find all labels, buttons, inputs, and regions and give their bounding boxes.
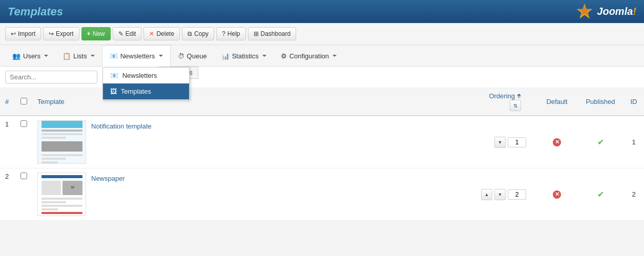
lists-caret-icon bbox=[91, 55, 95, 57]
order-up-button[interactable]: ▲ bbox=[481, 189, 492, 200]
dropdown-newsletters[interactable]: 📧 Newsletters bbox=[103, 68, 189, 83]
edit-icon: ✎ bbox=[118, 30, 123, 37]
template-thumbnail: 🗺 bbox=[37, 173, 86, 216]
help-icon: ? bbox=[222, 30, 225, 37]
nav-item-newsletters[interactable]: 📧 Newsletters 📧 Newsletters 🖼 Templates bbox=[102, 45, 171, 67]
select-all-checkbox[interactable] bbox=[20, 98, 27, 104]
table-row: 2 🗺 Newspaper bbox=[0, 168, 644, 221]
row-checkbox-cell bbox=[15, 116, 32, 168]
dropdown-templates[interactable]: 🖼 Templates bbox=[103, 83, 189, 99]
row-template-cell: Notification template bbox=[32, 116, 475, 168]
copy-icon: ⧉ bbox=[188, 30, 192, 37]
plus-icon: + bbox=[87, 30, 91, 37]
row-id: 2 bbox=[632, 190, 635, 198]
help-button[interactable]: ? Help bbox=[216, 27, 245, 40]
published-yes-icon[interactable]: ✔ bbox=[597, 138, 604, 146]
default-no-icon[interactable]: ✕ bbox=[553, 190, 561, 199]
row-number: 1 bbox=[0, 116, 15, 168]
import-icon: ↩ bbox=[11, 30, 16, 37]
statistics-caret-icon bbox=[262, 55, 266, 57]
row-ordering-cell: ▲ ▼ bbox=[475, 168, 536, 221]
col-header-num: # bbox=[0, 88, 15, 116]
row-ordering-cell: ▼ bbox=[475, 116, 536, 168]
delete-icon: ✕ bbox=[149, 30, 154, 37]
export-icon: ↪ bbox=[49, 30, 54, 37]
statistics-icon: 📊 bbox=[221, 52, 230, 60]
configuration-icon: ⚙ bbox=[281, 52, 287, 60]
row-checkbox[interactable] bbox=[20, 120, 27, 127]
edit-button[interactable]: ✎ Edit bbox=[113, 27, 142, 40]
row-published-cell: ✔ bbox=[577, 168, 624, 221]
ordering-controls: ▼ bbox=[494, 137, 526, 148]
nav-item-statistics[interactable]: 📊 Statistics bbox=[214, 45, 274, 67]
new-button[interactable]: + New bbox=[81, 27, 111, 40]
navbar: 👥 Users 📋 Lists 📧 Newsletters 📧 Newslett… bbox=[0, 45, 644, 67]
row-published-cell: ✔ bbox=[577, 116, 624, 168]
row-id-cell: 1 bbox=[624, 116, 644, 168]
nav-item-queue[interactable]: ⏱ Queue bbox=[171, 45, 214, 67]
users-caret-icon bbox=[44, 55, 48, 57]
template-name-link[interactable]: Newspaper bbox=[91, 173, 125, 182]
newsletters-icon: 📧 bbox=[110, 52, 118, 60]
template-name-link[interactable]: Notification template bbox=[91, 120, 152, 130]
queue-icon: ⏱ bbox=[178, 52, 184, 60]
col-header-published: Published bbox=[577, 88, 624, 116]
row-number: 2 bbox=[0, 168, 15, 221]
dashboard-button[interactable]: ⊞ Dashboard bbox=[248, 27, 297, 40]
col-header-ordering[interactable]: Ordering ⇅ bbox=[475, 88, 536, 116]
col-header-template: Template bbox=[32, 88, 475, 116]
sort-arrows-icon bbox=[517, 94, 521, 98]
table-row: 1 Notification template bbox=[0, 116, 644, 168]
search-input[interactable] bbox=[5, 71, 97, 83]
ordering-controls: ▲ ▼ bbox=[481, 189, 526, 200]
row-id-cell: 2 bbox=[624, 168, 644, 221]
newsletters-menu-icon: 📧 bbox=[110, 72, 118, 79]
col-header-checkbox bbox=[15, 88, 32, 116]
configuration-caret-icon bbox=[333, 55, 337, 57]
row-checkbox[interactable] bbox=[20, 173, 27, 179]
delete-button[interactable]: ✕ Delete bbox=[143, 27, 180, 40]
row-default-cell: ✕ bbox=[536, 116, 577, 168]
nav-item-configuration[interactable]: ⚙ Configuration bbox=[274, 45, 344, 67]
col-header-default: Default bbox=[536, 88, 577, 116]
template-thumbnail bbox=[37, 120, 86, 164]
header: Templates Joomla! bbox=[0, 0, 644, 23]
templates-menu-icon: 🖼 bbox=[110, 88, 117, 95]
joomla-brand: Joomla! bbox=[597, 6, 636, 17]
nav-item-users[interactable]: 👥 Users bbox=[5, 45, 55, 67]
default-no-icon[interactable]: ✕ bbox=[553, 138, 561, 146]
lists-icon: 📋 bbox=[63, 52, 71, 60]
nav-item-lists[interactable]: 📋 Lists bbox=[55, 45, 102, 67]
copy-button[interactable]: ⧉ Copy bbox=[182, 27, 214, 40]
order-down-button[interactable]: ▼ bbox=[494, 137, 506, 148]
toolbar: ↩ Import ↪ Export + New ✎ Edit ✕ Delete … bbox=[0, 23, 644, 45]
order-down-button[interactable]: ▼ bbox=[494, 189, 506, 200]
ordering-sort[interactable]: Ordering bbox=[489, 92, 521, 100]
newsletters-caret-icon bbox=[159, 55, 163, 57]
joomla-icon bbox=[575, 3, 594, 21]
ordering-input[interactable] bbox=[508, 137, 526, 147]
export-button[interactable]: ↪ Export bbox=[43, 27, 79, 40]
users-icon: 👥 bbox=[12, 52, 20, 60]
ordering-toggle-button[interactable]: ⇅ bbox=[510, 100, 521, 111]
page-title: Templates bbox=[8, 5, 63, 18]
joomla-logo: Joomla! bbox=[575, 3, 636, 21]
import-button[interactable]: ↩ Import bbox=[5, 27, 41, 40]
row-template-cell: 🗺 Newspaper bbox=[32, 168, 475, 221]
col-header-id: ID bbox=[624, 88, 644, 116]
content-area: # Template Ordering ⇅ bbox=[0, 67, 644, 221]
row-id: 1 bbox=[632, 138, 635, 146]
dashboard-icon: ⊞ bbox=[254, 30, 259, 37]
row-default-cell: ✕ bbox=[536, 168, 577, 221]
search-bar bbox=[0, 67, 644, 88]
published-yes-icon[interactable]: ✔ bbox=[597, 190, 604, 199]
templates-table: # Template Ordering ⇅ bbox=[0, 88, 644, 221]
ordering-input[interactable] bbox=[508, 189, 526, 200]
newsletters-dropdown: 📧 Newsletters 🖼 Templates bbox=[102, 67, 190, 100]
row-checkbox-cell bbox=[15, 168, 32, 221]
